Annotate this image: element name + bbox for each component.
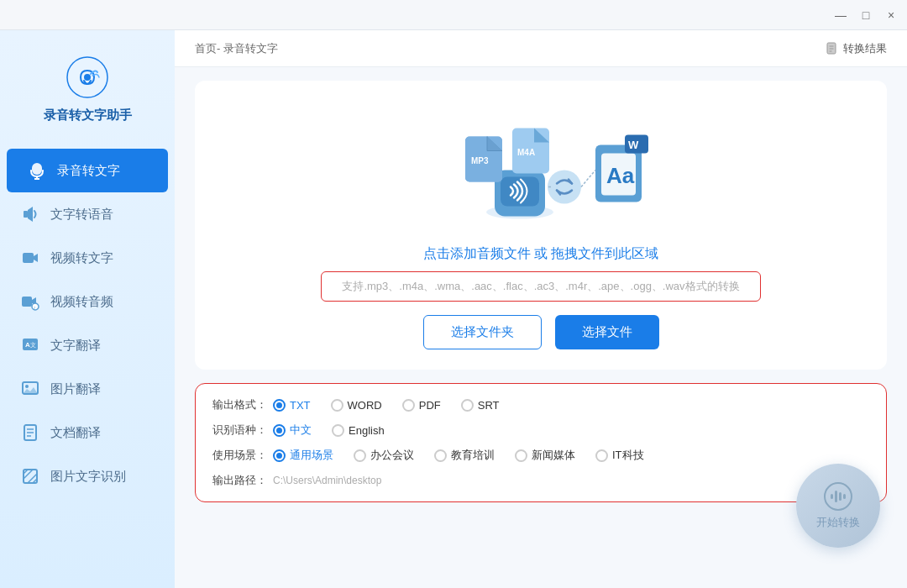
radio-srt	[461, 399, 474, 412]
format-option-txt[interactable]: TXT	[273, 399, 311, 412]
select-file-button[interactable]: 选择文件	[555, 315, 659, 349]
nav-label-image-ocr: 图片文字识别	[50, 469, 126, 485]
scene-label: 使用场景：	[212, 448, 273, 463]
start-button-area: 开始转换	[796, 464, 880, 548]
format-row: 输出格式： TXTWORDPDFSRT	[212, 397, 869, 412]
radio-it	[595, 449, 608, 462]
radio-label-srt: SRT	[478, 399, 500, 412]
breadcrumb: 首页- 录音转文字	[195, 41, 278, 56]
options-section: 输出格式： TXTWORDPDFSRT 识别语种： 中文English 使用场景…	[195, 383, 887, 502]
sidebar: 录音转文字助手 录音转文字文字转语音视频转文字♪视频转音频A文文字翻译图片翻译文…	[0, 30, 175, 588]
sidebar-navigation: 录音转文字文字转语音视频转文字♪视频转音频A文文字翻译图片翻译文档翻译图片文字识…	[0, 149, 175, 498]
language-option-chinese[interactable]: 中文	[273, 423, 312, 438]
radio-english	[332, 424, 344, 437]
format-option-word[interactable]: WORD	[331, 399, 382, 412]
svg-rect-43	[839, 492, 841, 501]
upload-hint: 支持.mp3、.m4a、.wma、.aac、.flac、.ac3、.m4r、.a…	[321, 271, 760, 302]
svg-rect-2	[32, 163, 42, 175]
svg-text:MP3: MP3	[471, 156, 489, 165]
upload-title[interactable]: 点击添加音频文件 或 拖拽文件到此区域	[423, 245, 659, 263]
main-content: 首页- 录音转文字 转换结果	[175, 30, 907, 588]
sidebar-item-text-to-speech[interactable]: 文字转语音	[0, 192, 175, 236]
radio-news	[515, 449, 527, 462]
svg-point-40	[825, 483, 852, 510]
svg-text:M4A: M4A	[517, 148, 535, 157]
title-bar: — □ ×	[0, 0, 907, 30]
radio-office	[354, 449, 366, 462]
sidebar-item-text-translate[interactable]: A文文字翻译	[0, 323, 175, 367]
scene-option-news[interactable]: 新闻媒体	[515, 448, 575, 463]
nav-label-video-to-audio: 视频转音频	[50, 294, 113, 310]
format-label: 输出格式：	[212, 397, 273, 412]
radio-label-word: WORD	[348, 399, 382, 412]
language-row: 识别语种： 中文English	[212, 423, 869, 438]
document-icon	[825, 42, 838, 55]
svg-text:♪: ♪	[34, 305, 36, 310]
svg-rect-26	[501, 177, 539, 207]
radio-label-txt: TXT	[290, 399, 311, 412]
scene-option-education[interactable]: 教育培训	[434, 448, 495, 463]
sidebar-item-video-to-audio[interactable]: ♪视频转音频	[0, 280, 175, 323]
path-label: 输出路径：	[212, 473, 273, 488]
format-option-srt[interactable]: SRT	[461, 399, 500, 412]
nav-label-video-to-text: 视频转文字	[50, 250, 113, 266]
language-label: 识别语种：	[212, 423, 273, 438]
scene-option-general[interactable]: 通用场景	[273, 448, 333, 463]
select-folder-button[interactable]: 选择文件夹	[423, 315, 542, 349]
nav-label-doc-translate: 文档翻译	[50, 425, 101, 441]
nav-label-text-translate: 文字翻译	[50, 338, 101, 354]
doc-translate-icon	[20, 423, 40, 443]
upload-section: MP3 M4A Aa	[195, 81, 887, 370]
sidebar-item-audio-to-text[interactable]: 录音转文字	[7, 149, 168, 192]
radio-label-office: 办公会议	[370, 448, 414, 463]
sidebar-item-image-ocr[interactable]: 图片文字识别	[0, 454, 175, 498]
nav-label-audio-to-text: 录音转文字	[57, 163, 120, 179]
sidebar-item-video-to-text[interactable]: 视频转文字	[0, 236, 175, 280]
start-button-label: 开始转换	[816, 515, 860, 530]
image-translate-icon	[20, 379, 40, 399]
scene-option-it[interactable]: IT科技	[595, 448, 644, 463]
illustration-svg: MP3 M4A Aa	[423, 101, 658, 235]
nav-label-text-to-speech: 文字转语音	[50, 207, 113, 223]
logo-text: 录音转文字助手	[44, 106, 132, 123]
svg-point-32	[548, 171, 581, 204]
radio-pdf	[402, 399, 415, 412]
upload-buttons: 选择文件夹 选择文件	[423, 315, 659, 349]
scene-option-office[interactable]: 办公会议	[354, 448, 414, 463]
radio-label-chinese: 中文	[290, 423, 312, 438]
minimize-button[interactable]: —	[835, 9, 847, 21]
svg-rect-5	[24, 211, 28, 218]
scene-row: 使用场景： 通用场景办公会议教育培训新闻媒体IT科技	[212, 448, 869, 463]
language-option-english[interactable]: English	[332, 424, 385, 437]
svg-rect-42	[835, 491, 837, 502]
logo-area: 录音转文字助手	[0, 47, 175, 149]
scene-radio-group: 通用场景办公会议教育培训新闻媒体IT科技	[273, 448, 644, 463]
sidebar-item-image-translate[interactable]: 图片翻译	[0, 367, 175, 411]
radio-label-general: 通用场景	[290, 448, 333, 463]
start-convert-button[interactable]: 开始转换	[796, 464, 880, 548]
svg-rect-7	[22, 297, 32, 307]
radio-label-english: English	[349, 424, 385, 437]
radio-label-education: 教育培训	[451, 448, 495, 463]
format-option-pdf[interactable]: PDF	[402, 399, 441, 412]
radio-label-it: IT科技	[612, 448, 644, 463]
audio-to-text-icon	[27, 160, 47, 181]
svg-rect-44	[843, 494, 846, 499]
breadcrumb-bar: 首页- 录音转文字 转换结果	[175, 30, 907, 67]
path-row: 输出路径： C:\Users\Admin\desktop 更改路径	[212, 473, 869, 488]
svg-rect-41	[831, 494, 833, 499]
radio-txt	[273, 399, 286, 412]
maximize-button[interactable]: □	[860, 9, 872, 21]
svg-text:Aa: Aa	[606, 163, 635, 188]
sidebar-item-doc-translate[interactable]: 文档翻译	[0, 411, 175, 454]
start-icon	[823, 481, 853, 512]
nav-label-image-translate: 图片翻译	[50, 381, 101, 397]
path-value: C:\Users\Admin\desktop	[273, 475, 819, 486]
video-to-text-icon	[20, 248, 40, 268]
convert-result-button[interactable]: 转换结果	[825, 41, 887, 56]
app-logo-icon	[66, 55, 109, 99]
format-radio-group: TXTWORDPDFSRT	[273, 399, 500, 412]
image-ocr-icon	[20, 466, 40, 486]
text-to-speech-icon	[20, 204, 40, 224]
close-button[interactable]: ×	[885, 9, 897, 21]
